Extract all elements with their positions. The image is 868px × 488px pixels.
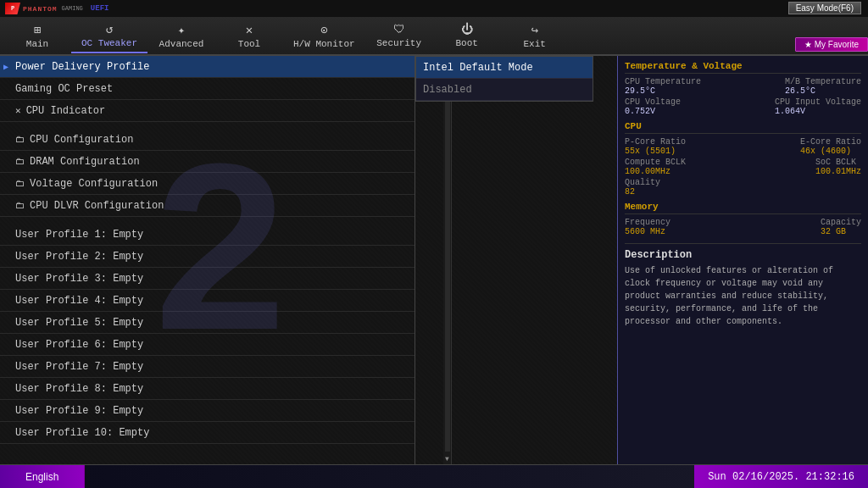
security-icon: 🛡 [393,23,405,36]
language-button[interactable]: English [0,465,85,488]
menu-profile-6[interactable]: User Profile 6: Empty [0,334,415,356]
value-dropdown: Intel Default Mode Disabled [415,56,593,102]
exit-icon: ↪ [531,23,537,37]
description-section: Description Use of unlocked features or … [625,243,861,328]
cpu-indicator-icon: ✕ [15,105,21,116]
menu-profile-3[interactable]: User Profile 3: Empty [0,268,415,290]
nav-bar: ⊞ Main ↺ OC Tweaker ✦ Advanced ✕ Tool ⊙ … [0,17,868,56]
favorite-button[interactable]: ★ My Favorite [795,37,868,52]
favorite-area: ★ My Favorite [795,37,868,52]
nav-boot[interactable]: ⏻ Boot [433,19,501,52]
mb-temp-label: M/B Temperature 26.5°C [785,77,861,96]
pcore-group: P-Core Ratio 55x (5501) [625,137,686,156]
dropdown-option-disabled[interactable]: Disabled [416,79,593,101]
ecore-group: E-Core Ratio 46x (4600) [800,137,861,156]
dropdown-option-intel[interactable]: Intel Default Mode [416,57,593,79]
scroll-down-arrow[interactable]: ▼ [443,453,451,464]
right-panel: Temperature & Voltage CPU Temperature 29… [617,56,868,464]
menu-profile-1[interactable]: User Profile 1: Empty [0,224,415,246]
nav-main[interactable]: ⊞ Main [3,19,71,53]
boot-icon: ⏻ [461,23,473,36]
compute-bclk-group: Compute BCLK 100.00MHz [625,158,686,176]
memory-section: Memory Frequency 5600 MHz Capacity 32 GB [625,202,861,236]
menu-profile-8[interactable]: User Profile 8: Empty [0,378,415,400]
cpu-input-volt-group: CPU Input Voltage 1.064V [775,97,861,116]
temp-voltage-title: Temperature & Voltage [625,61,861,74]
left-panel: ▶ Power Delivery Profile Gaming OC Prese… [0,56,415,464]
temp-voltage-section: Temperature & Voltage CPU Temperature 29… [625,61,861,116]
menu-power-delivery[interactable]: ▶ Power Delivery Profile [0,56,415,78]
nav-tool[interactable]: ✕ Tool [215,19,283,53]
datetime-display: Sun 02/16/2025. 21:32:16 [694,465,868,488]
folder-icon-dlvr: 🗀 [15,200,25,211]
advanced-icon: ✦ [178,23,185,37]
language-label: English [25,471,58,483]
gaming-text: GAMING [62,5,83,12]
memory-row: Frequency 5600 MHz Capacity 32 GB [625,218,861,236]
nav-oc-tweaker[interactable]: ↺ OC Tweaker [71,19,147,53]
easy-mode-button[interactable]: Easy Mode(F6) [788,2,861,14]
menu-dram-config[interactable]: 🗀 DRAM Configuration [0,151,415,173]
menu-profile-4[interactable]: User Profile 4: Empty [0,290,415,312]
uefi-text: UEFI [91,4,109,13]
folder-icon-voltage: 🗀 [15,178,25,189]
menu-profile-5[interactable]: User Profile 5: Empty [0,312,415,334]
hw-icon: ⊙ [320,23,327,37]
nav-security[interactable]: 🛡 Security [365,19,433,52]
menu-cpu-indicator[interactable]: ✕ CPU Indicator [0,100,415,122]
phantom-icon: P [5,3,20,14]
menu-profile-7[interactable]: User Profile 7: Empty [0,356,415,378]
spacer2 [0,217,415,224]
nav-advanced[interactable]: ✦ Advanced [147,19,215,53]
voltage-row: CPU Voltage 0.752V CPU Input Voltage 1.0… [625,97,861,116]
description-title: Description [625,249,861,261]
cpu-temp-row: CPU Temperature 29.5°C M/B Temperature 2… [625,77,861,96]
tool-icon: ✕ [246,23,253,37]
soc-bclk-group: SoC BCLK 100.01MHz [815,158,861,176]
folder-icon-dram: 🗀 [15,156,25,167]
scroll-track [445,69,450,452]
menu-voltage-config[interactable]: 🗀 Voltage Configuration [0,173,415,195]
menu-cpu-dlvr[interactable]: 🗀 CPU DLVR Configuration [0,195,415,217]
folder-icon-cpu: 🗀 [15,134,25,145]
scroll-indicator: ▲ ▼ [443,56,452,464]
cpu-volt-group: CPU Voltage 0.752V [625,97,681,116]
arrow-icon: ▶ [3,62,8,72]
menu-gaming-oc[interactable]: Gaming OC Preset [0,78,415,100]
logo-area: P PHANTOM GAMING UEFI [5,3,108,14]
menu-profile-10[interactable]: User Profile 10: Empty [0,422,415,444]
nav-exit[interactable]: ↪ Exit [501,19,569,53]
content-area: 2 ▶ Power Delivery Profile Gaming OC Pre… [0,56,868,464]
logo-bar: P PHANTOM GAMING UEFI Easy Mode(F6) [0,0,868,17]
freq-group: Frequency 5600 MHz [625,218,670,236]
main-icon: ⊞ [34,23,41,37]
spacer1 [0,122,415,129]
menu-cpu-config[interactable]: 🗀 CPU Configuration [0,129,415,151]
cpu-temp-label: CPU Temperature 29.5°C [625,77,701,96]
menu-profile-2[interactable]: User Profile 2: Empty [0,246,415,268]
core-ratio-row: P-Core Ratio 55x (5501) E-Core Ratio 46x… [625,137,861,156]
memory-section-title: Memory [625,202,861,214]
phantom-text: PHANTOM [23,5,58,13]
cpu-section-title: CPU [625,121,861,134]
menu-profile-9[interactable]: User Profile 9: Empty [0,400,415,422]
bottom-bar: English Sun 02/16/2025. 21:32:16 [0,464,868,488]
cpu-section: CPU P-Core Ratio 55x (5501) E-Core Ratio… [625,121,861,197]
description-text: Use of unlocked features or alteration o… [625,264,861,328]
bclk-row: Compute BCLK 100.00MHz SoC BCLK 100.01MH… [625,158,861,176]
capacity-group: Capacity 32 GB [821,218,861,236]
oc-icon: ↺ [106,22,113,36]
quality-row: Quality 82 [625,178,861,197]
nav-hw-monitor[interactable]: ⊙ H/W Monitor [283,19,365,53]
